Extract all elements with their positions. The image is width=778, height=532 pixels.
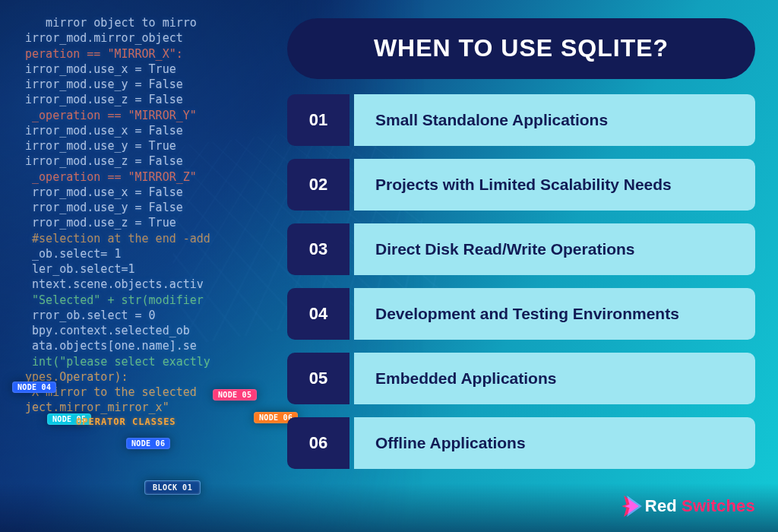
item-label: Small Standalone Applications [354, 94, 755, 146]
node-chip: NODE 06 [126, 438, 170, 449]
item-label: Offline Applications [354, 417, 755, 469]
brand-text-switches: Switches [682, 496, 755, 516]
item-number: 01 [287, 94, 349, 146]
item-list: 01 Small Standalone Applications 02 Proj… [287, 94, 755, 469]
list-item: 04 Development and Testing Environments [287, 288, 755, 340]
node-chip: BLOCK 01 [144, 480, 201, 495]
item-number: 06 [287, 417, 349, 469]
infographic-canvas: mirror object to mirro irror_mod.mirror_… [0, 0, 778, 532]
item-label: Direct Disk Read/Write Operations [354, 223, 755, 275]
brand-play-icon [621, 496, 639, 517]
list-item: 05 Embedded Applications [287, 353, 755, 404]
node-chip: NODE 05 [213, 389, 257, 401]
list-item: 03 Direct Disk Read/Write Operations [287, 223, 755, 275]
item-number: 03 [287, 223, 349, 275]
content-column: WHEN TO USE SQLITE? 01 Small Standalone … [287, 18, 755, 469]
list-item: 06 Offline Applications [287, 417, 755, 469]
list-item: 02 Projects with Limited Scalability Nee… [287, 159, 755, 211]
brand-logo: RedSwitches [621, 496, 755, 517]
item-number: 04 [287, 288, 349, 340]
item-number: 02 [287, 159, 349, 211]
node-chip: NODE 04 [12, 382, 56, 393]
list-item: 01 Small Standalone Applications [287, 94, 755, 146]
item-label: Development and Testing Environments [354, 288, 755, 340]
title-pill: WHEN TO USE SQLITE? [287, 18, 755, 79]
item-label: Projects with Limited Scalability Needs [354, 159, 755, 211]
item-label: Embedded Applications [354, 353, 755, 404]
brand-text-red: Red [645, 496, 677, 516]
operator-classes-caption: OPERATOR CLASSES [76, 416, 176, 427]
item-number: 05 [287, 353, 349, 404]
